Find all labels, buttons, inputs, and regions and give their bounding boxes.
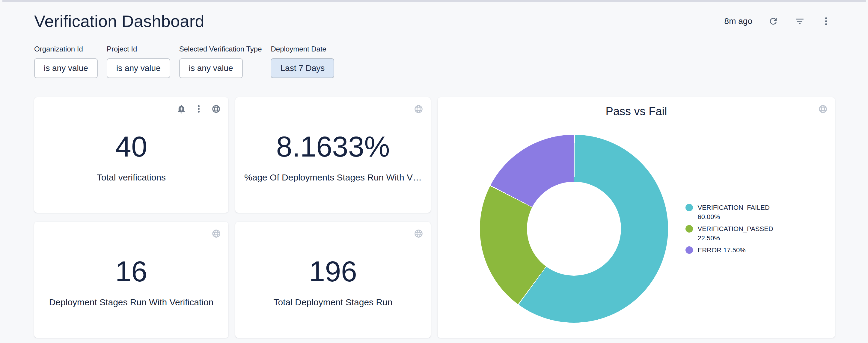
refresh-icon [768,16,778,26]
filter-icon [795,16,805,26]
chart-legend: VERIFICATION_FAILED 60.00% VERIFICATION_… [685,203,793,255]
legend-item-error[interactable]: ERROR 17.50% [685,245,793,255]
globe-icon [818,104,828,114]
kpi-value: 40 [115,132,148,161]
dashboard-grid: 40 Total verifications 8.1633% %age Of D… [34,97,835,338]
refresh-button[interactable] [767,15,780,28]
legend-dot [685,225,693,233]
kpi-label: Total verifications [97,172,166,182]
tile-total-verifications: 40 Total verifications [34,97,228,213]
filter-label: Selected Verification Type [179,45,262,53]
chart-area: VERIFICATION_FAILED 60.00% VERIFICATION_… [438,119,835,338]
dashboard-header: Verification Dashboard 8m ago [34,11,833,31]
tile-explore-button[interactable] [413,103,424,115]
bell-plus-icon [177,104,186,114]
chart-title: Pass vs Fail [438,105,835,118]
kpi-label: Deployment Stages Run With Verification [49,297,214,307]
tile-hover-actions [176,103,222,115]
kpi-content: 196 Total Deployment Stages Run [235,222,431,338]
legend-dot [685,246,693,254]
tile-more-menu-button[interactable] [193,103,205,115]
dashboard-filters-button[interactable] [793,15,806,28]
legend-item-verification-passed[interactable]: VERIFICATION_PASSED 22.50% [685,224,793,243]
filter-value-organization-id[interactable]: is any value [34,58,98,78]
filter-deployment-date: Deployment Date Last 7 Days [271,45,334,78]
last-refresh-timestamp: 8m ago [724,16,752,26]
legend-dot [685,204,693,211]
legend-label: VERIFICATION_PASSED 22.50% [698,224,793,243]
globe-icon [211,229,221,239]
legend-item-verification-failed[interactable]: VERIFICATION_FAILED 60.00% [685,203,793,221]
tile-stages-run-with-verification: 16 Deployment Stages Run With Verificati… [34,222,228,338]
filter-organization-id: Organization Id is any value [34,45,98,78]
filter-value-project-id[interactable]: is any value [107,58,170,78]
tile-explore-button[interactable] [817,103,829,115]
donut-chart[interactable] [480,135,668,323]
filter-label: Organization Id [34,45,98,53]
header-actions: 8m ago [724,15,833,28]
filter-project-id: Project Id is any value [107,45,170,78]
tile-total-deployment-stages-run: 196 Total Deployment Stages Run [235,222,431,338]
legend-label: VERIFICATION_FAILED 60.00% [698,203,793,221]
kpi-value: 16 [115,257,148,286]
alert-bell-button[interactable] [176,103,187,115]
kebab-icon [194,104,204,114]
window-top-strip [2,0,866,2]
tile-explore-button[interactable] [210,103,222,115]
globe-icon [414,229,424,239]
globe-icon [414,104,424,114]
filter-label: Deployment Date [271,45,334,53]
kpi-value: 8.1633% [276,132,390,161]
kpi-label: Total Deployment Stages Run [274,297,393,307]
kpi-value: 196 [309,257,357,286]
kpi-content: 16 Deployment Stages Run With Verificati… [34,222,228,338]
tile-pass-vs-fail: Pass vs Fail VERIFICATION_FAILED 60.00% … [438,97,835,338]
page-title: Verification Dashboard [34,11,205,31]
kebab-icon [821,16,831,26]
filter-value-selected-verification-type[interactable]: is any value [179,58,243,78]
filter-label: Project Id [107,45,170,53]
tile-percentage-stages-with-verification: 8.1633% %age Of Deployments Stages Run W… [235,97,431,213]
tile-explore-button[interactable] [413,228,424,239]
filter-selected-verification-type: Selected Verification Type is any value [179,45,262,78]
filter-value-deployment-date[interactable]: Last 7 Days [271,58,334,78]
filter-bar: Organization Id is any value Project Id … [34,45,334,78]
legend-label: ERROR 17.50% [698,245,793,255]
globe-icon [211,104,221,114]
tile-explore-button[interactable] [210,228,222,239]
dashboard-more-menu-button[interactable] [819,15,833,28]
kpi-content: 8.1633% %age Of Deployments Stages Run W… [235,97,431,213]
kpi-label: %age Of Deployments Stages Run With V… [244,172,422,182]
